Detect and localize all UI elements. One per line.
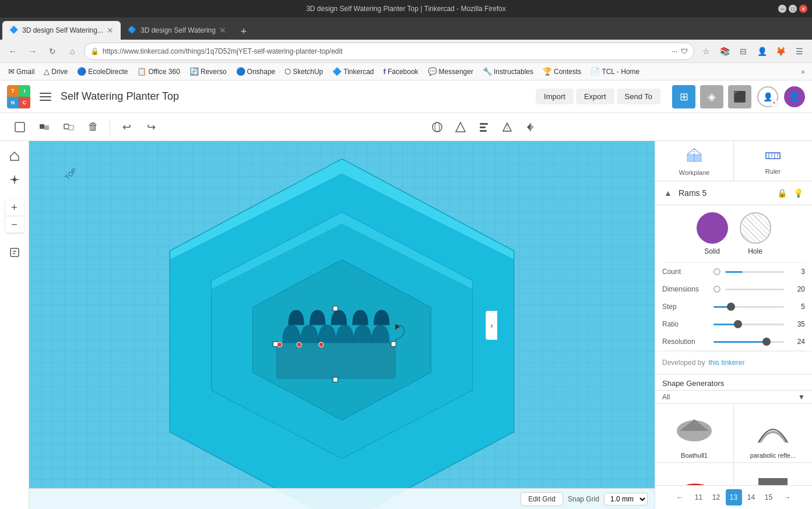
app-menu-button[interactable]: [37, 89, 54, 105]
view-perspective-button[interactable]: [427, 117, 448, 138]
bookmark-gmail[interactable]: ✉ Gmail: [5, 66, 38, 77]
fit-view-button[interactable]: [4, 169, 25, 190]
param-slider-2[interactable]: [713, 306, 784, 308]
next-page-button[interactable]: →: [779, 489, 796, 506]
sg-item-parabolic-refle...[interactable]: parabolic refle...: [734, 404, 812, 462]
view-align-button[interactable]: [473, 117, 494, 138]
sg-filter-arrow[interactable]: ▼: [798, 393, 805, 401]
redo-button[interactable]: ↪: [140, 117, 161, 138]
bookmark-sketchup[interactable]: ⬡ SketchUp: [281, 66, 326, 77]
new-tab-button[interactable]: +: [235, 23, 252, 40]
tab-1[interactable]: 🔷 3D design Self Watering... ✕: [2, 21, 121, 40]
edit-grid-button[interactable]: Edit Grid: [521, 492, 563, 506]
hole-circle[interactable]: [740, 212, 771, 244]
sg-item-swept-naca[interactable]: Swept NACA: [655, 463, 733, 485]
delete-button[interactable]: 🗑: [83, 117, 104, 138]
add-user-button[interactable]: 👤 +: [756, 85, 779, 108]
tab-2-close[interactable]: ✕: [219, 26, 226, 35]
sg-filter-label: All: [662, 393, 793, 401]
param-label-0: Count: [662, 268, 709, 276]
sg-item-boathull1[interactable]: Boathull1: [655, 404, 733, 462]
bookmark-onshape[interactable]: 🔵 Onshape: [233, 66, 279, 77]
close-button[interactable]: ✕: [799, 5, 807, 13]
url-bar[interactable]: 🔒 https://www.tinkercad.com/things/1q7D5…: [84, 43, 694, 60]
bookmark-instructables[interactable]: 🔧 Instructables: [479, 66, 537, 77]
param-slider-3[interactable]: [713, 324, 784, 325]
forward-button[interactable]: →: [24, 43, 41, 59]
zoom-out-button[interactable]: −: [5, 216, 24, 233]
visibility-button[interactable]: 💡: [791, 186, 805, 200]
tab-2[interactable]: 🔷 3D design Self Watering ✕: [121, 21, 233, 40]
page-button-15[interactable]: 15: [761, 489, 777, 506]
undo-button[interactable]: ↩: [116, 117, 137, 138]
perspective-view-button[interactable]: ◈: [700, 85, 723, 108]
menu-button[interactable]: ☰: [791, 43, 807, 59]
home-view-button[interactable]: [4, 146, 25, 167]
home-button[interactable]: ⌂: [64, 43, 80, 59]
hole-option[interactable]: Hole: [740, 212, 771, 255]
shape-generators-panel: Shape Generators All ▼ Boathull1 parabol…: [655, 374, 812, 509]
bookmark-tcl[interactable]: 📄 TCL - Home: [587, 66, 643, 77]
sg-item-name-tag-for-g...[interactable]: name tag for g...: [734, 463, 812, 485]
left-sidebar: + −: [0, 141, 29, 509]
solid-circle[interactable]: [697, 212, 728, 244]
bookmark-star-button[interactable]: ☆: [698, 43, 714, 59]
bookmark-contests[interactable]: 🏆 Contests: [539, 66, 585, 77]
param-dot-0[interactable]: [713, 268, 720, 275]
properties-panel: ▲ Rams 5 🔒 💡 Solid: [655, 181, 812, 374]
bookmark-ecoledirecte[interactable]: 🔵 EcoleDirecte: [73, 66, 131, 77]
bookmark-office360[interactable]: 📋 Office 360: [133, 66, 183, 77]
workplane-button[interactable]: Workplane: [655, 141, 733, 181]
page-button-11[interactable]: 11: [691, 489, 707, 506]
back-button[interactable]: ←: [5, 43, 21, 59]
ruler-button[interactable]: Ruler: [734, 141, 812, 181]
bookmark-reverso[interactable]: 🔄 Reverso: [186, 66, 230, 77]
split-view-button[interactable]: ⊟: [735, 43, 751, 59]
bookmark-drive[interactable]: △ Drive: [40, 66, 71, 77]
sg-filter[interactable]: All ▼: [655, 391, 812, 404]
user-avatar[interactable]: 👤: [784, 86, 805, 107]
new-shape-button[interactable]: [9, 117, 30, 138]
sendto-button[interactable]: Send To: [617, 89, 660, 104]
panel-toggle-button[interactable]: ›: [486, 311, 497, 340]
param-dot-1[interactable]: [713, 286, 720, 293]
import-button[interactable]: Import: [536, 89, 574, 104]
canvas-area[interactable]: TOP: [29, 141, 655, 509]
export-button[interactable]: Export: [576, 89, 614, 104]
minimize-button[interactable]: ─: [778, 5, 786, 13]
bookmark-messenger[interactable]: 💬 Messenger: [424, 66, 477, 77]
view-mirror-button[interactable]: [520, 117, 541, 138]
param-slider-1[interactable]: [725, 289, 784, 290]
developer-link[interactable]: this tinkerer: [708, 359, 744, 367]
account-button[interactable]: 👤: [754, 43, 770, 59]
page-button-14[interactable]: 14: [743, 489, 760, 506]
group-button[interactable]: [34, 117, 55, 138]
snap-grid-select[interactable]: 1.0 mm 0.5 mm 2.0 mm: [604, 493, 648, 506]
page-button-13[interactable]: 13: [726, 489, 742, 506]
view-orbit-button[interactable]: [450, 117, 471, 138]
ungroup-button[interactable]: [58, 117, 79, 138]
tab-1-close[interactable]: ✕: [107, 26, 114, 35]
prev-page-button[interactable]: ←: [672, 489, 688, 506]
window-title: 3D design Self Watering Planter Top | Ti…: [306, 5, 506, 13]
tab-2-icon: 🔷: [128, 26, 137, 35]
page-button-12[interactable]: 12: [708, 489, 725, 506]
svg-rect-21: [10, 248, 19, 257]
refresh-button[interactable]: ↻: [44, 43, 61, 59]
solid-option[interactable]: Solid: [697, 212, 728, 255]
bookmark-tinkercad[interactable]: 🔷 Tinkercad: [329, 66, 377, 77]
zoom-in-button[interactable]: +: [5, 199, 24, 216]
grid-view-button[interactable]: ⊞: [672, 85, 695, 108]
history-button[interactable]: [4, 242, 25, 263]
bookmark-facebook[interactable]: f Facebook: [380, 66, 422, 77]
param-slider-4[interactable]: [713, 341, 784, 343]
ecoledirecte-icon: 🔵: [77, 67, 86, 76]
restore-button[interactable]: □: [789, 5, 797, 13]
view-flip-button[interactable]: [497, 117, 518, 138]
portfolio-view-button[interactable]: ⬛: [728, 85, 751, 108]
param-slider-0[interactable]: [725, 271, 784, 273]
reading-list-button[interactable]: 📚: [716, 43, 733, 59]
bookmarks-expand[interactable]: »: [799, 66, 807, 77]
collapse-button[interactable]: ▲: [662, 187, 674, 199]
lock-button[interactable]: 🔒: [775, 186, 789, 200]
